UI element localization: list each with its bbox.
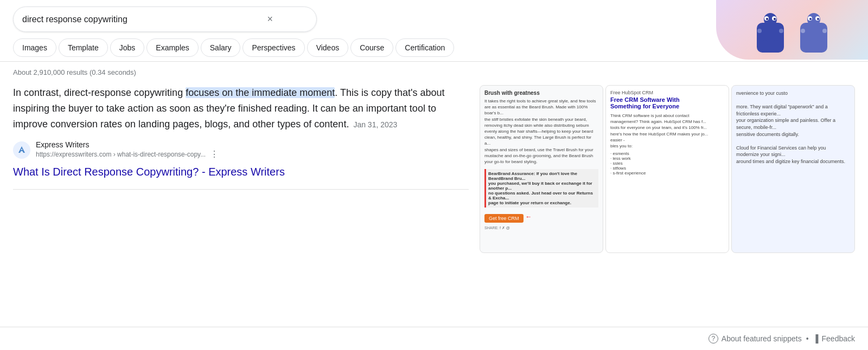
right-character [797,12,830,55]
red-arrow-icon: ← [526,213,532,221]
tab-images[interactable]: Images [13,38,56,57]
more-options-icon[interactable]: ⋮ [210,149,219,159]
snippet-source: Express Writers https://expresswriters.c… [13,140,469,159]
svg-point-19 [809,18,812,20]
svg-point-24 [822,29,827,33]
source-name: Express Writers [36,140,219,149]
card1-body: It takes the right tools to achieve grea… [484,98,598,165]
lens-search-button[interactable] [292,13,297,25]
separator-dot: • [806,334,809,343]
image-card-1[interactable]: Brush with greatness It takes the right … [480,85,603,253]
tab-template[interactable]: Template [59,38,108,57]
source-info: Express Writers https://expresswriters.c… [36,140,219,159]
image-card-3[interactable]: nvenience to your custo more. They want … [731,85,855,253]
image-card-2-content: Free HubSpot CRM Free CRM Software WithS… [606,86,729,252]
clear-button[interactable]: × [265,11,275,27]
card1-cta-row: Get free CRM ← [484,211,598,223]
source-url: https://expresswriters.com › what-is-dir… [36,151,206,158]
snippet-highlighted-text: focuses on the immediate moment [186,87,335,98]
feedback-icon: ▐ [813,334,819,343]
tab-jobs[interactable]: Jobs [110,38,145,57]
result-link[interactable]: What Is Direct Response Copywriting? - E… [13,166,469,178]
get-free-crm-button[interactable]: Get free CRM [484,214,524,223]
decorative-characters [716,0,868,60]
search-icons: × [265,11,308,27]
svg-rect-12 [773,40,778,51]
about-snippets-label: About featured snippets [722,334,802,343]
card2-body: Think CRM software is just about contact… [610,113,724,149]
search-bar: × [13,7,317,32]
bottom-bar: ? About featured snippets • ▐ Feedback [0,327,868,350]
card1-guarantee: BearBrand Assurance: If you don't love t… [484,169,598,208]
question-icon: ? [709,334,718,343]
search-submit-button[interactable] [303,13,308,25]
results-area: About 2,910,000 results (0.34 seconds) I… [0,62,868,253]
tab-course[interactable]: Course [350,38,393,57]
tab-videos[interactable]: Videos [307,38,349,57]
card2-crm-label: Free HubSpot CRM [610,90,724,95]
card3-body: nvenience to your custo more. They want … [736,90,850,165]
header: × [0,0,868,36]
snippet-divider [13,189,469,190]
about-snippets-link[interactable]: ? About featured snippets [709,334,802,343]
voice-search-button[interactable] [282,13,286,25]
image-card-2[interactable]: Free HubSpot CRM Free CRM Software WithS… [605,85,729,253]
svg-point-10 [774,18,776,20]
main-content-row: In contrast, direct-response copywriting… [13,85,855,253]
image-card-3-content: nvenience to your custo more. They want … [732,86,854,252]
snippet-date: Jan 31, 2023 [353,120,397,129]
image-card-1-content: Brush with greatness It takes the right … [480,86,603,252]
tab-salary[interactable]: Salary [201,38,241,57]
svg-point-13 [757,29,762,33]
snippet-text-before: In contrast, direct-response copywriting [13,87,186,98]
svg-point-14 [779,29,783,33]
source-favicon [13,141,30,159]
express-writers-icon [17,145,27,155]
svg-rect-11 [762,40,768,51]
card2-title: Free CRM Software WithSomething for Ever… [610,96,724,109]
character-blob [716,0,868,60]
card1-share: SHARE: f ✗ @ [484,226,598,230]
source-url-row: https://expresswriters.com › what-is-dir… [36,149,219,159]
card2-list: · esments · less work · ssles · stflows … [610,151,724,176]
tab-examples[interactable]: Examples [146,38,198,57]
svg-rect-15 [800,23,827,53]
close-icon: × [267,14,273,25]
snippet-text: In contrast, direct-response copywriting… [13,85,469,132]
svg-rect-5 [757,23,784,53]
feedback-label: Feedback [822,334,855,343]
svg-point-23 [801,29,805,33]
tab-certification[interactable]: Certification [395,38,454,57]
search-input[interactable] [22,15,258,24]
feedback-button[interactable]: ▐ Feedback [813,334,855,343]
svg-point-9 [766,18,768,20]
image-results: Brush with greatness It takes the right … [480,85,855,253]
card1-heading: Brush with greatness [484,90,598,96]
svg-point-20 [817,18,819,20]
left-character [754,12,787,55]
svg-rect-21 [806,40,811,51]
tab-perspectives[interactable]: Perspectives [242,38,304,57]
featured-snippet: In contrast, direct-response copywriting… [13,85,469,190]
results-count: About 2,910,000 results (0.34 seconds) [13,68,855,76]
svg-rect-22 [816,40,822,51]
